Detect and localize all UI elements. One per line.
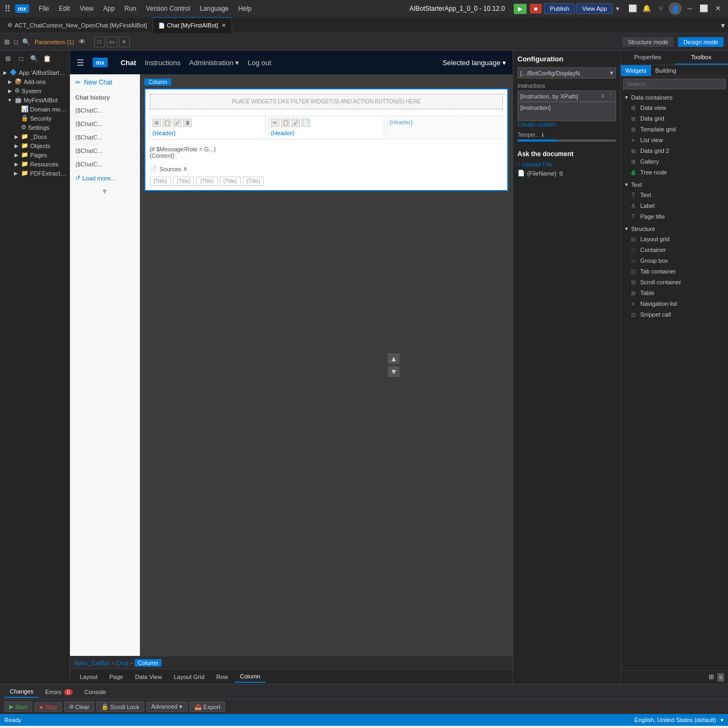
sidebar-tool-1[interactable]: ⊞ [2, 53, 14, 65]
config-display-select[interactable]: [.../BotConfig/DisplayN ▾ [517, 67, 616, 79]
toolbar-icon-2[interactable]: □ [14, 38, 18, 46]
canvas-scroll-up[interactable]: ▲ [388, 353, 400, 364]
widget-data-grid-2[interactable]: ⊞ Data grid 2 [621, 145, 728, 156]
subtab-building[interactable]: Building [651, 65, 681, 76]
sidebar-tool-3[interactable]: 📋 [41, 53, 53, 65]
nav-administration[interactable]: Administration ▾ [189, 59, 239, 67]
widget-list-view[interactable]: ≡ List view [621, 135, 728, 145]
search-icon[interactable]: 🔍 [22, 38, 30, 46]
widget-tree-node[interactable]: 🌲 Tree node [621, 167, 728, 178]
menu-run[interactable]: Run [120, 3, 141, 15]
col1-icon3[interactable]: 🖊 [173, 118, 181, 127]
chat-history-5[interactable]: {$ChatC... [70, 158, 139, 171]
hamburger-icon[interactable]: ☰ [76, 58, 84, 68]
tab-row[interactable]: Row [211, 671, 234, 682]
eye-icon[interactable]: 👁 [79, 38, 86, 46]
sidebar-item-addons[interactable]: ▶ 📦 Add-ons [0, 77, 69, 86]
structure-mode-button[interactable]: Structure mode [622, 37, 674, 47]
nav-instructions[interactable]: Instructions [145, 59, 180, 67]
tab-column[interactable]: Column [235, 671, 266, 683]
restore-button[interactable]: ⬜ [698, 2, 710, 14]
sidebar-item-system[interactable]: ▶ ⚙ System [0, 86, 69, 95]
chat-history-1[interactable]: {$ChatC... [70, 104, 139, 117]
tab-page[interactable]: Page [104, 671, 129, 682]
widget-scroll-container[interactable]: ⊟ Scroll container [621, 277, 728, 288]
advanced-button[interactable]: Advanced ▾ [146, 702, 187, 712]
stop-button[interactable]: ■ [530, 4, 542, 13]
sidebar-tool-2[interactable]: □ [15, 53, 27, 65]
widget-data-view[interactable]: ⊞ Data view [621, 102, 728, 113]
language-button[interactable]: Selected language ▾ [443, 59, 506, 67]
sidebar-item-mybot[interactable]: ▼ 🤖 MyFirstAIBot [0, 95, 69, 104]
toolbar-icon-1[interactable]: ⊞ [4, 38, 10, 46]
col1-icon2[interactable]: 📋 [163, 118, 171, 127]
layout-icon-1[interactable]: □ [94, 37, 105, 47]
tab-properties[interactable]: Properties [621, 51, 675, 65]
view-grid-icon[interactable]: ⊞ [709, 673, 714, 682]
widget-group-box[interactable]: ▭ Group box [621, 255, 728, 266]
sidebar-item-security[interactable]: 🔒 Security [0, 114, 69, 123]
icon-notify[interactable]: 🔔 [641, 2, 653, 14]
subtab-widgets[interactable]: Widgets [621, 65, 651, 76]
console-tab-console[interactable]: Console [79, 687, 111, 697]
icon-user[interactable]: 👤 [669, 2, 682, 15]
layout-icon-3[interactable]: ≡ [119, 37, 130, 47]
publish-button[interactable]: Publish [544, 3, 575, 14]
view-app-button[interactable]: View App [576, 3, 613, 14]
widget-page-title[interactable]: T Page title [621, 211, 728, 222]
widget-template-grid[interactable]: ⊞ Template grid [621, 124, 728, 135]
console-tab-changes[interactable]: Changes [4, 686, 39, 698]
sources-arrow[interactable]: ∧ [183, 165, 187, 172]
sidebar-search-icon[interactable]: 🔍 [28, 53, 40, 65]
stop-button[interactable]: ■ Stop [34, 702, 61, 712]
right-panel-search-input[interactable] [623, 79, 726, 89]
scroll-lock-button[interactable]: 🔒 Scroll Lock [96, 702, 144, 712]
sidebar-item-docs[interactable]: ▶ 📁 _Docs [0, 132, 69, 141]
clear-button[interactable]: ⊘ Clear [64, 702, 94, 712]
export-button[interactable]: 📤 Export [190, 702, 226, 712]
sidebar-item-pages[interactable]: ▶ 📁 Pages [0, 150, 69, 159]
menu-app[interactable]: App [99, 3, 119, 15]
breadcrumb-chat[interactable]: Chat [116, 660, 128, 666]
icon-branch[interactable]: ⑂ [655, 2, 667, 14]
menu-edit[interactable]: Edit [54, 3, 74, 15]
minimize-button[interactable]: ─ [684, 2, 696, 14]
sidebar-item-objects[interactable]: ▶ 📁 Objects [0, 141, 69, 150]
section-structure-header[interactable]: ▼ Structure [621, 224, 728, 234]
widget-container[interactable]: □ Container [621, 244, 728, 255]
upload-file-button[interactable]: ↑ Upload File [517, 161, 616, 167]
config-instruction-input[interactable]: [Instruction, by XPath] ✕ ⋮ [517, 90, 616, 102]
widget-navigation-list[interactable]: ≡ Navigation list [621, 298, 728, 309]
col2-icon2[interactable]: 📋 [281, 118, 290, 127]
start-button[interactable]: ▶ Start [4, 702, 32, 712]
col1-icon4[interactable]: 🗑 [183, 118, 192, 127]
widget-table[interactable]: ⊞ Table [621, 288, 728, 298]
dots-icon[interactable]: ⠿ [4, 4, 11, 14]
layout-icon-2[interactable]: ▭ [107, 37, 117, 47]
close-button[interactable]: ✕ [712, 2, 724, 14]
icon-share[interactable]: ⬜ [627, 2, 639, 14]
col2-icon1[interactable]: ✏ [271, 118, 279, 127]
tab-layout-grid[interactable]: Layout Grid [169, 671, 210, 682]
section-data-containers-header[interactable]: ▼ Data containers [621, 93, 728, 102]
tab-toolbox[interactable]: Toolbox [675, 51, 729, 65]
sidebar-item-pdf[interactable]: ▶ 📁 PDFExtraction [0, 169, 69, 178]
col2-icon4[interactable]: 📄 [302, 118, 310, 127]
view-list-icon[interactable]: ≡ [717, 673, 724, 682]
chat-history-4[interactable]: {$ChatC... [70, 144, 139, 158]
tab-data-view[interactable]: Data View [130, 671, 167, 682]
delete-file-button[interactable]: 🗑 [558, 170, 564, 177]
menu-view[interactable]: View [75, 3, 98, 15]
breadcrumb-atlas[interactable]: Atlas_TopBar [74, 660, 109, 666]
menu-file[interactable]: File [34, 3, 53, 15]
language-status[interactable]: English, United States (default) [634, 717, 716, 723]
sidebar-item-settings[interactable]: ⚙ Settings [0, 123, 69, 132]
widget-snippet-call[interactable]: ⊡ Snippet call [621, 309, 728, 320]
tab-layout[interactable]: Layout [74, 671, 103, 682]
params-badge[interactable]: Parameters (1) [34, 39, 74, 45]
tab-1-close[interactable]: ✕ [221, 22, 226, 29]
nav-logout[interactable]: Log out [248, 59, 271, 67]
col2-icon3[interactable]: 🖊 [291, 118, 300, 127]
sidebar-item-domain[interactable]: 📊 Domain model [0, 104, 69, 114]
section-text-header[interactable]: ▼ Text [621, 180, 728, 190]
